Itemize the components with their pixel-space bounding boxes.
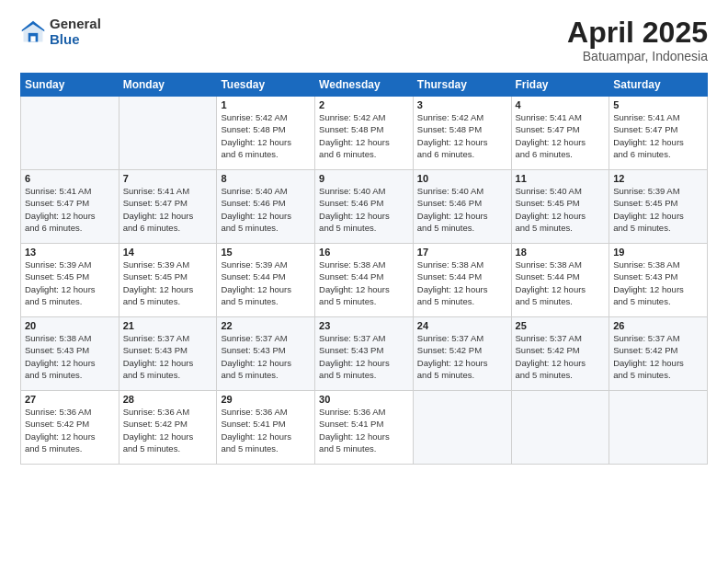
calendar-cell: 30Sunrise: 5:36 AMSunset: 5:41 PMDayligh… xyxy=(315,391,414,465)
calendar-cell: 27Sunrise: 5:36 AMSunset: 5:42 PMDayligh… xyxy=(21,391,119,465)
day-number: 17 xyxy=(417,247,507,258)
day-info: Sunrise: 5:36 AMSunset: 5:42 PMDaylight:… xyxy=(25,406,115,454)
calendar-cell: 26Sunrise: 5:37 AMSunset: 5:42 PMDayligh… xyxy=(609,317,708,391)
day-info: Sunrise: 5:37 AMSunset: 5:42 PMDaylight:… xyxy=(613,332,703,381)
header: General Blue April 2025 Batuampar, Indon… xyxy=(20,17,708,63)
calendar-cell xyxy=(21,97,119,170)
calendar-cell: 1Sunrise: 5:42 AMSunset: 5:48 PMDaylight… xyxy=(217,97,315,170)
calendar-week-1: 1Sunrise: 5:42 AMSunset: 5:48 PMDaylight… xyxy=(21,97,708,170)
logo-text: General Blue xyxy=(50,17,101,47)
calendar-table: Sunday Monday Tuesday Wednesday Thursday… xyxy=(20,73,708,465)
calendar-cell: 21Sunrise: 5:37 AMSunset: 5:43 PMDayligh… xyxy=(119,317,217,391)
calendar-cell: 23Sunrise: 5:37 AMSunset: 5:43 PMDayligh… xyxy=(315,317,414,391)
calendar-cell: 12Sunrise: 5:39 AMSunset: 5:45 PMDayligh… xyxy=(609,170,708,244)
day-info: Sunrise: 5:42 AMSunset: 5:48 PMDaylight:… xyxy=(221,111,311,160)
day-info: Sunrise: 5:40 AMSunset: 5:46 PMDaylight:… xyxy=(221,185,311,234)
day-info: Sunrise: 5:38 AMSunset: 5:43 PMDaylight:… xyxy=(25,332,115,381)
page: General Blue April 2025 Batuampar, Indon… xyxy=(0,0,728,563)
day-info: Sunrise: 5:38 AMSunset: 5:44 PMDaylight:… xyxy=(516,259,606,307)
calendar-header: Sunday Monday Tuesday Wednesday Thursday… xyxy=(21,74,708,97)
location: Batuampar, Indonesia xyxy=(567,49,708,63)
day-number: 30 xyxy=(319,394,409,405)
day-number: 7 xyxy=(123,173,213,184)
day-info: Sunrise: 5:37 AMSunset: 5:43 PMDaylight:… xyxy=(123,332,213,381)
day-info: Sunrise: 5:39 AMSunset: 5:45 PMDaylight:… xyxy=(123,259,213,307)
day-number: 25 xyxy=(516,320,606,331)
calendar-cell: 29Sunrise: 5:36 AMSunset: 5:41 PMDayligh… xyxy=(217,391,315,465)
day-number: 1 xyxy=(221,99,311,110)
day-number: 23 xyxy=(319,320,409,331)
day-info: Sunrise: 5:36 AMSunset: 5:41 PMDaylight:… xyxy=(221,406,311,454)
col-sunday: Sunday xyxy=(21,74,119,97)
calendar-cell: 9Sunrise: 5:40 AMSunset: 5:46 PMDaylight… xyxy=(315,170,414,244)
day-number: 9 xyxy=(319,173,409,184)
day-info: Sunrise: 5:38 AMSunset: 5:44 PMDaylight:… xyxy=(417,259,507,307)
day-number: 11 xyxy=(516,173,606,184)
day-number: 10 xyxy=(417,173,507,184)
calendar-cell: 4Sunrise: 5:41 AMSunset: 5:47 PMDaylight… xyxy=(511,97,609,170)
day-info: Sunrise: 5:39 AMSunset: 5:45 PMDaylight:… xyxy=(25,259,115,307)
calendar-cell: 15Sunrise: 5:39 AMSunset: 5:44 PMDayligh… xyxy=(217,244,315,317)
calendar-cell: 16Sunrise: 5:38 AMSunset: 5:44 PMDayligh… xyxy=(315,244,414,317)
calendar-cell xyxy=(609,391,708,465)
day-number: 3 xyxy=(417,99,507,110)
calendar-cell: 5Sunrise: 5:41 AMSunset: 5:47 PMDaylight… xyxy=(609,97,708,170)
calendar-cell: 14Sunrise: 5:39 AMSunset: 5:45 PMDayligh… xyxy=(119,244,217,317)
day-number: 21 xyxy=(123,320,213,331)
calendar-cell xyxy=(413,391,511,465)
logo-blue: Blue xyxy=(50,32,101,48)
day-number: 16 xyxy=(319,247,409,258)
day-info: Sunrise: 5:39 AMSunset: 5:44 PMDaylight:… xyxy=(221,259,311,307)
day-info: Sunrise: 5:41 AMSunset: 5:47 PMDaylight:… xyxy=(25,185,115,234)
col-wednesday: Wednesday xyxy=(315,74,414,97)
day-info: Sunrise: 5:42 AMSunset: 5:48 PMDaylight:… xyxy=(319,111,409,160)
col-monday: Monday xyxy=(119,74,217,97)
calendar-week-5: 27Sunrise: 5:36 AMSunset: 5:42 PMDayligh… xyxy=(21,391,708,465)
col-friday: Friday xyxy=(511,74,609,97)
day-number: 29 xyxy=(221,394,311,405)
day-number: 13 xyxy=(25,247,115,258)
logo: General Blue xyxy=(20,17,101,47)
day-info: Sunrise: 5:41 AMSunset: 5:47 PMDaylight:… xyxy=(613,111,703,160)
day-number: 20 xyxy=(25,320,115,331)
day-number: 4 xyxy=(516,99,606,110)
day-info: Sunrise: 5:37 AMSunset: 5:42 PMDaylight:… xyxy=(417,332,507,381)
day-info: Sunrise: 5:38 AMSunset: 5:43 PMDaylight:… xyxy=(613,259,703,307)
day-info: Sunrise: 5:37 AMSunset: 5:43 PMDaylight:… xyxy=(319,332,409,381)
calendar-cell: 11Sunrise: 5:40 AMSunset: 5:45 PMDayligh… xyxy=(511,170,609,244)
calendar-cell: 24Sunrise: 5:37 AMSunset: 5:42 PMDayligh… xyxy=(413,317,511,391)
calendar-cell: 22Sunrise: 5:37 AMSunset: 5:43 PMDayligh… xyxy=(217,317,315,391)
day-info: Sunrise: 5:40 AMSunset: 5:46 PMDaylight:… xyxy=(319,185,409,234)
calendar-cell: 3Sunrise: 5:42 AMSunset: 5:48 PMDaylight… xyxy=(413,97,511,170)
calendar-cell: 6Sunrise: 5:41 AMSunset: 5:47 PMDaylight… xyxy=(21,170,119,244)
weekday-row: Sunday Monday Tuesday Wednesday Thursday… xyxy=(21,74,708,97)
day-number: 12 xyxy=(613,173,703,184)
calendar-cell: 10Sunrise: 5:40 AMSunset: 5:46 PMDayligh… xyxy=(413,170,511,244)
day-info: Sunrise: 5:42 AMSunset: 5:48 PMDaylight:… xyxy=(417,111,507,160)
title-block: April 2025 Batuampar, Indonesia xyxy=(567,17,708,63)
day-info: Sunrise: 5:38 AMSunset: 5:44 PMDaylight:… xyxy=(319,259,409,307)
day-number: 28 xyxy=(123,394,213,405)
calendar-body: 1Sunrise: 5:42 AMSunset: 5:48 PMDaylight… xyxy=(21,97,708,465)
day-number: 5 xyxy=(613,99,703,110)
day-number: 27 xyxy=(25,394,115,405)
logo-icon xyxy=(20,19,46,45)
day-info: Sunrise: 5:40 AMSunset: 5:46 PMDaylight:… xyxy=(417,185,507,234)
day-number: 2 xyxy=(319,99,409,110)
svg-rect-3 xyxy=(30,36,35,41)
day-number: 15 xyxy=(221,247,311,258)
day-info: Sunrise: 5:41 AMSunset: 5:47 PMDaylight:… xyxy=(516,111,606,160)
calendar-cell: 17Sunrise: 5:38 AMSunset: 5:44 PMDayligh… xyxy=(413,244,511,317)
day-number: 22 xyxy=(221,320,311,331)
calendar-cell: 18Sunrise: 5:38 AMSunset: 5:44 PMDayligh… xyxy=(511,244,609,317)
calendar-cell: 20Sunrise: 5:38 AMSunset: 5:43 PMDayligh… xyxy=(21,317,119,391)
day-number: 26 xyxy=(613,320,703,331)
calendar-cell: 13Sunrise: 5:39 AMSunset: 5:45 PMDayligh… xyxy=(21,244,119,317)
day-info: Sunrise: 5:37 AMSunset: 5:42 PMDaylight:… xyxy=(516,332,606,381)
day-info: Sunrise: 5:41 AMSunset: 5:47 PMDaylight:… xyxy=(123,185,213,234)
month-title: April 2025 xyxy=(567,17,708,49)
day-info: Sunrise: 5:36 AMSunset: 5:41 PMDaylight:… xyxy=(319,406,409,454)
calendar-week-3: 13Sunrise: 5:39 AMSunset: 5:45 PMDayligh… xyxy=(21,244,708,317)
day-number: 19 xyxy=(613,247,703,258)
calendar-cell xyxy=(119,97,217,170)
